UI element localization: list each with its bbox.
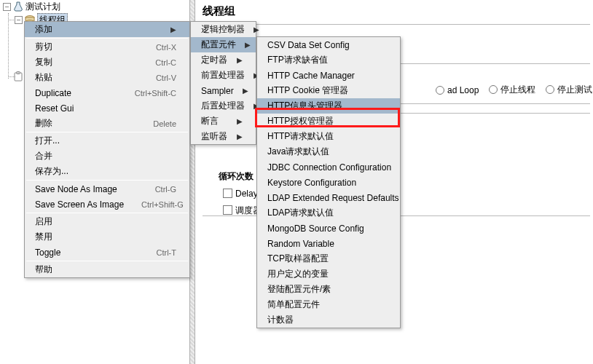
menu-delete[interactable]: 删除Delete xyxy=(25,116,189,131)
config-item-label: FTP请求缺省值 xyxy=(267,54,387,66)
config-item[interactable]: MongoDB Source Config xyxy=(257,221,400,236)
submenu-listener[interactable]: 监听器▶ xyxy=(191,129,256,144)
checkbox-icon xyxy=(223,205,232,215)
config-item-label: Random Variable xyxy=(267,239,387,249)
menu-disable[interactable]: 禁用 xyxy=(25,229,189,245)
menu-duplicate[interactable]: DuplicateCtrl+Shift-C xyxy=(25,85,189,100)
config-item[interactable]: Random Variable xyxy=(257,236,400,251)
config-item[interactable]: 简单配置元件 xyxy=(257,297,400,312)
radio-stop-test[interactable]: 停止测试 xyxy=(546,84,592,96)
config-item[interactable]: 登陆配置元件/素 xyxy=(257,282,400,297)
menu-save-as[interactable]: 保存为... xyxy=(25,164,189,179)
menu-separator xyxy=(26,180,188,181)
checkbox-icon xyxy=(223,189,232,198)
submenu-config-element[interactable]: 配置元件▶ xyxy=(191,37,256,52)
config-item-label: HTTP授权管理器 xyxy=(267,115,387,127)
radio-icon xyxy=(546,85,554,94)
submenu-arrow-icon: ▶ xyxy=(170,25,176,33)
config-item-label: LDAP Extended Request Defaults xyxy=(267,193,399,203)
config-item[interactable]: Keystore Configuration xyxy=(257,175,400,190)
config-item[interactable]: HTTP请求默认值 xyxy=(257,129,400,144)
config-item-label: HTTP信息头管理器 xyxy=(267,100,387,112)
menu-paste[interactable]: 粘贴Ctrl-V xyxy=(25,70,189,85)
config-item-label: HTTP Cache Manager xyxy=(267,71,387,81)
config-item[interactable]: LDAP请求默认值 xyxy=(257,205,400,221)
submenu-arrow-icon: ▶ xyxy=(237,117,243,125)
menu-save-screen-image[interactable]: Save Screen As ImageCtrl+Shift-G xyxy=(25,197,189,212)
config-item-label: Java请求默认值 xyxy=(267,146,387,158)
config-item[interactable]: CSV Data Set Config xyxy=(257,37,400,52)
submenu-timer[interactable]: 定时器▶ xyxy=(191,52,256,68)
submenu-arrow-icon: ▶ xyxy=(245,41,251,49)
menu-help[interactable]: 帮助 xyxy=(25,262,189,277)
context-menu: 添加▶ 剪切Ctrl-X 复制Ctrl-C 粘贴Ctrl-V Duplicate… xyxy=(24,21,190,278)
config-item-label: TCP取样器配置 xyxy=(267,253,387,265)
config-item[interactable]: 计数器 xyxy=(257,312,400,328)
add-submenu: 逻辑控制器▶ 配置元件▶ 定时器▶ 前置处理器▶ Sampler▶ 后置处理器▶… xyxy=(190,21,256,145)
menu-separator xyxy=(26,261,188,261)
svg-rect-4 xyxy=(17,72,20,74)
config-item[interactable]: HTTP授权管理器 xyxy=(257,114,400,129)
config-item-label: 登陆配置元件/素 xyxy=(267,283,387,296)
config-item[interactable]: HTTP Cookie 管理器 xyxy=(257,83,400,98)
radio-icon xyxy=(436,86,444,95)
config-item[interactable]: 用户定义的变量 xyxy=(257,266,400,282)
config-item[interactable]: HTTP信息头管理器 xyxy=(257,98,400,114)
config-item[interactable]: LDAP Extended Request Defaults xyxy=(257,190,400,205)
menu-separator xyxy=(26,213,188,213)
config-item-label: HTTP请求默认值 xyxy=(267,130,387,143)
submenu-logic-controller[interactable]: 逻辑控制器▶ xyxy=(191,22,256,37)
radio-ad-loop[interactable]: ad Loop xyxy=(436,85,479,95)
submenu-post-processor[interactable]: 后置处理器▶ xyxy=(191,98,256,114)
config-item-label: MongoDB Source Config xyxy=(267,223,387,234)
submenu-pre-processor[interactable]: 前置处理器▶ xyxy=(191,68,256,83)
menu-cut[interactable]: 剪切Ctrl-X xyxy=(25,39,189,55)
submenu-arrow-icon: ▶ xyxy=(254,25,259,33)
config-item-label: Keystore Configuration xyxy=(267,178,387,188)
tree-root-label: 测试计划 xyxy=(25,1,60,13)
config-item[interactable]: TCP取样器配置 xyxy=(257,251,400,266)
config-item[interactable]: JDBC Connection Configuration xyxy=(257,159,400,175)
config-item[interactable]: FTP请求缺省值 xyxy=(257,52,400,68)
radio-icon xyxy=(489,85,498,94)
submenu-arrow-icon: ▶ xyxy=(237,132,243,141)
config-item[interactable]: HTTP Cache Manager xyxy=(257,68,400,83)
menu-add[interactable]: 添加▶ xyxy=(25,22,189,37)
menu-save-node-image[interactable]: Save Node As ImageCtrl-G xyxy=(25,181,189,197)
menu-merge[interactable]: 合并 xyxy=(25,149,189,164)
config-element-submenu: CSV Data Set ConfigFTP请求缺省值HTTP Cache Ma… xyxy=(256,36,401,328)
submenu-arrow-icon: ▶ xyxy=(243,87,248,95)
tree-toggle-icon[interactable]: – xyxy=(15,16,23,24)
config-item-label: 用户定义的变量 xyxy=(267,268,387,280)
menu-toggle[interactable]: ToggleCtrl-T xyxy=(25,245,189,260)
menu-copy[interactable]: 复制Ctrl-C xyxy=(25,55,189,70)
error-action-options: ad Loop 停止线程 停止测试 Stop xyxy=(436,84,593,96)
menu-enable[interactable]: 启用 xyxy=(25,214,189,229)
menu-reset-gui[interactable]: Reset Gui xyxy=(25,100,189,116)
tree-root-row[interactable]: – 测试计划 xyxy=(0,0,189,13)
menu-separator xyxy=(26,132,188,132)
submenu-sampler[interactable]: Sampler▶ xyxy=(191,83,256,98)
menu-open[interactable]: 打开... xyxy=(25,133,189,149)
config-item-label: LDAP请求默认值 xyxy=(267,207,387,219)
config-item[interactable]: Java请求默认值 xyxy=(257,144,400,159)
tree-guide xyxy=(8,76,15,77)
tree-toggle-icon[interactable]: – xyxy=(3,3,11,11)
config-item-label: JDBC Connection Configuration xyxy=(267,162,391,173)
config-item-label: CSV Data Set Config xyxy=(267,40,387,50)
radio-stop-thread[interactable]: 停止线程 xyxy=(489,84,535,96)
submenu-assertion[interactable]: 断言▶ xyxy=(191,114,256,129)
config-item-label: HTTP Cookie 管理器 xyxy=(267,84,387,97)
menu-separator xyxy=(26,38,188,39)
config-item-label: 简单配置元件 xyxy=(267,298,387,311)
flask-icon xyxy=(12,1,24,12)
config-item-label: 计数器 xyxy=(267,314,387,326)
submenu-arrow-icon: ▶ xyxy=(237,56,243,64)
